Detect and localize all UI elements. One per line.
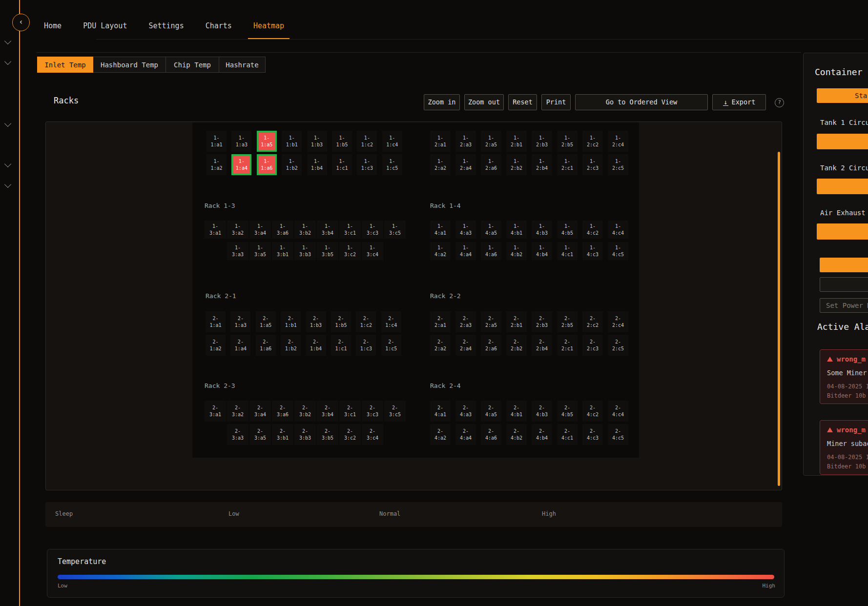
tank2-circulation-control[interactable] bbox=[817, 179, 868, 194]
miner-cell[interactable]: 1-1:a3 bbox=[231, 131, 251, 152]
power-mode-select[interactable] bbox=[820, 277, 868, 292]
miner-cell[interactable]: 2-4:a2 bbox=[430, 424, 451, 445]
miner-cell[interactable]: 1-1:b4 bbox=[307, 154, 327, 175]
miner-cell[interactable]: 1-4:b5 bbox=[557, 221, 578, 239]
miner-cell[interactable]: 2-1:a5 bbox=[256, 311, 276, 332]
miner-cell[interactable]: 2-2:c4 bbox=[608, 311, 628, 332]
miner-cell[interactable]: 2-4:c2 bbox=[582, 401, 603, 422]
miner-cell[interactable]: 2-1:a4 bbox=[230, 335, 250, 356]
miner-cell[interactable]: 1-3:a5 bbox=[249, 242, 271, 260]
miner-cell[interactable]: 2-2:b5 bbox=[557, 311, 578, 332]
miner-cell[interactable]: 2-1:b2 bbox=[281, 335, 301, 356]
zoom-in-button[interactable]: Zoom in bbox=[424, 94, 460, 110]
miner-cell[interactable]: 2-3:a4 bbox=[249, 401, 271, 422]
chevron-down-icon[interactable] bbox=[4, 161, 11, 167]
miner-cell[interactable]: 2-4:a5 bbox=[481, 401, 501, 422]
nav-item-settings[interactable]: Settings bbox=[147, 20, 185, 40]
miner-cell[interactable]: 2-4:a1 bbox=[430, 401, 451, 422]
miner-cell[interactable]: 1-3:a1 bbox=[205, 221, 226, 239]
miner-cell[interactable]: 1-3:a6 bbox=[272, 221, 293, 239]
miner-cell[interactable]: 2-3:c3 bbox=[362, 401, 383, 422]
reset-button[interactable]: Reset bbox=[508, 94, 537, 110]
tab-inlet-temp[interactable]: Inlet Temp bbox=[37, 57, 93, 73]
miner-cell[interactable]: 1-2:a4 bbox=[455, 154, 476, 175]
miner-cell[interactable]: 1-2:c4 bbox=[608, 131, 628, 152]
miner-cell[interactable]: 1-1:c1 bbox=[332, 154, 352, 175]
air-exhaust-control[interactable] bbox=[817, 223, 868, 240]
miner-cell[interactable]: 1-1:c3 bbox=[357, 154, 377, 175]
miner-cell[interactable]: 2-4:b2 bbox=[506, 424, 527, 445]
miner-cell[interactable]: 2-2:b2 bbox=[506, 335, 527, 356]
miner-cell[interactable]: 1-1:b2 bbox=[282, 154, 302, 175]
miner-cell[interactable]: 1-3:b5 bbox=[317, 242, 338, 260]
miner-cell[interactable]: 1-1:c2 bbox=[357, 131, 377, 152]
miner-cell[interactable]: 2-2:a3 bbox=[455, 311, 476, 332]
miner-cell[interactable]: 1-2:b2 bbox=[506, 154, 527, 175]
miner-cell[interactable]: 2-2:a1 bbox=[430, 311, 451, 332]
nav-item-charts[interactable]: Charts bbox=[205, 20, 233, 40]
miner-cell[interactable]: 2-3:c4 bbox=[362, 424, 383, 445]
miner-cell[interactable]: 1-4:a2 bbox=[430, 242, 451, 260]
miner-cell[interactable]: 1-4:a4 bbox=[455, 242, 476, 260]
miner-cell[interactable]: 1-4:c3 bbox=[582, 242, 603, 260]
tab-hashboard-temp[interactable]: Hashboard Temp bbox=[93, 57, 166, 73]
miner-cell[interactable]: 1-3:b3 bbox=[294, 242, 316, 260]
miner-cell[interactable]: 2-1:a6 bbox=[256, 335, 276, 356]
nav-item-home[interactable]: Home bbox=[43, 20, 62, 40]
miner-cell[interactable]: 1-3:c5 bbox=[384, 221, 406, 239]
miner-cell[interactable]: 2-1:c5 bbox=[381, 335, 401, 356]
miner-cell[interactable]: 1-1:a4 bbox=[231, 154, 251, 175]
miner-cell[interactable]: 1-1:a5 bbox=[257, 131, 277, 152]
miner-cell[interactable]: 2-3:b4 bbox=[317, 401, 338, 422]
miner-cell[interactable]: 1-4:b3 bbox=[532, 221, 552, 239]
collapse-sidebar-button[interactable]: ‹ bbox=[12, 14, 30, 31]
miner-cell[interactable]: 1-4:c1 bbox=[557, 242, 578, 260]
miner-cell[interactable]: 2-3:c2 bbox=[339, 424, 361, 445]
help-icon[interactable]: ? bbox=[775, 98, 784, 107]
zoom-out-button[interactable]: Zoom out bbox=[464, 94, 504, 110]
miner-cell[interactable]: 2-3:a5 bbox=[249, 424, 271, 445]
miner-cell[interactable]: 2-1:b3 bbox=[306, 311, 326, 332]
miner-cell[interactable]: 1-4:a5 bbox=[481, 221, 501, 239]
miner-cell[interactable]: 1-4:b2 bbox=[506, 242, 527, 260]
nav-item-heatmap[interactable]: Heatmap bbox=[252, 20, 285, 40]
miner-cell[interactable]: 2-4:c4 bbox=[608, 401, 628, 422]
miner-cell[interactable]: 2-1:c2 bbox=[356, 311, 376, 332]
miner-cell[interactable]: 1-4:b4 bbox=[532, 242, 552, 260]
miner-cell[interactable]: 2-4:b5 bbox=[557, 401, 578, 422]
miner-cell[interactable]: 1-1:b5 bbox=[332, 131, 352, 152]
miner-cell[interactable]: 1-1:a2 bbox=[207, 154, 227, 175]
miner-cell[interactable]: 2-4:a6 bbox=[481, 424, 501, 445]
miner-cell[interactable]: 2-1:a1 bbox=[206, 311, 226, 332]
miner-cell[interactable]: 2-3:b3 bbox=[294, 424, 316, 445]
miner-cell[interactable]: 1-2:a5 bbox=[481, 131, 501, 152]
miner-cell[interactable]: 2-2:c2 bbox=[582, 311, 603, 332]
miner-cell[interactable]: 1-2:a1 bbox=[430, 131, 451, 152]
miner-cell[interactable]: 2-1:c1 bbox=[331, 335, 351, 356]
alarm-card[interactable]: wrong_m Some Miner 04-08-2025 1 Bitdeer … bbox=[820, 349, 868, 404]
miner-cell[interactable]: 1-3:c2 bbox=[339, 242, 361, 260]
miner-cell[interactable]: 2-3:a6 bbox=[272, 401, 293, 422]
miner-cell[interactable]: 2-1:c4 bbox=[381, 311, 401, 332]
miner-cell[interactable]: 2-2:c3 bbox=[582, 335, 603, 356]
miner-cell[interactable]: 2-2:c1 bbox=[557, 335, 578, 356]
miner-cell[interactable]: 1-3:a4 bbox=[249, 221, 271, 239]
miner-cell[interactable]: 1-3:c1 bbox=[339, 221, 361, 239]
miner-cell[interactable]: 2-3:a1 bbox=[205, 401, 226, 422]
miner-cell[interactable]: 2-3:a2 bbox=[227, 401, 248, 422]
miner-cell[interactable]: 1-3:a2 bbox=[227, 221, 248, 239]
miner-cell[interactable]: 1-2:b5 bbox=[557, 131, 578, 152]
miner-cell[interactable]: 1-2:a6 bbox=[481, 154, 501, 175]
miner-cell[interactable]: 1-3:c3 bbox=[362, 221, 383, 239]
miner-cell[interactable]: 2-2:a5 bbox=[481, 311, 501, 332]
miner-cell[interactable]: 1-2:c3 bbox=[582, 154, 603, 175]
miner-cell[interactable]: 2-1:b1 bbox=[281, 311, 301, 332]
miner-cell[interactable]: 2-4:a3 bbox=[455, 401, 476, 422]
tab-hashrate[interactable]: Hashrate bbox=[219, 57, 266, 73]
nav-item-pdu-layout[interactable]: PDU Layout bbox=[82, 20, 128, 40]
miner-cell[interactable]: 1-1:a6 bbox=[257, 154, 277, 175]
print-button[interactable]: Print bbox=[541, 94, 571, 110]
miner-cell[interactable]: 1-4:a1 bbox=[430, 221, 451, 239]
chevron-down-icon[interactable] bbox=[4, 181, 11, 188]
miner-cell[interactable]: 1-1:a1 bbox=[207, 131, 227, 152]
